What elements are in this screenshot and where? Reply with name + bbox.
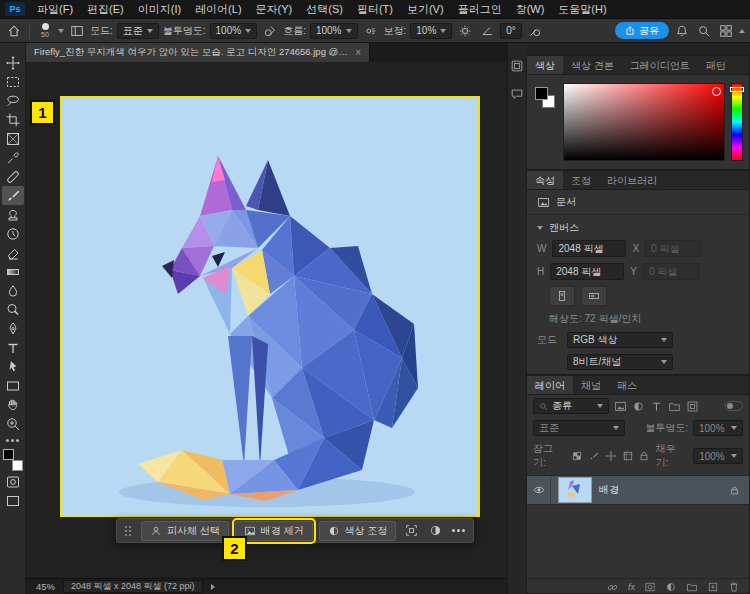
menu-layer[interactable]: 레이어(L) bbox=[188, 0, 248, 19]
brush-settings-panel-icon[interactable] bbox=[68, 22, 86, 40]
tab-patterns[interactable]: 패턴 bbox=[698, 56, 734, 74]
smoothing-dropdown[interactable]: 10% bbox=[410, 23, 452, 39]
color-mode-dropdown[interactable]: RGB 색상 bbox=[567, 332, 673, 348]
status-chevron-icon[interactable] bbox=[211, 584, 215, 590]
search-icon[interactable] bbox=[695, 22, 713, 40]
close-icon[interactable]: × bbox=[355, 47, 361, 58]
layer-filter-dropdown[interactable]: 종류 bbox=[533, 398, 609, 414]
width-field[interactable]: 2048 픽셀 bbox=[552, 240, 626, 257]
workspace-switcher-icon[interactable] bbox=[717, 22, 735, 40]
filter-smart-objects-icon[interactable] bbox=[686, 400, 699, 413]
tool-pen[interactable] bbox=[2, 319, 24, 338]
delete-layer-icon[interactable] bbox=[728, 581, 740, 593]
adjust-color-button[interactable]: 색상 조정 bbox=[319, 521, 397, 541]
airbrush-icon[interactable] bbox=[362, 22, 380, 40]
layer-fill-dropdown[interactable]: 100% bbox=[693, 448, 743, 464]
lock-position-icon[interactable] bbox=[605, 450, 617, 462]
document-size-field[interactable]: 2048 픽셀 x 2048 픽셀 (72 ppi) bbox=[63, 580, 203, 593]
orientation-landscape-button[interactable] bbox=[581, 286, 607, 306]
share-button[interactable]: 공유 bbox=[615, 22, 669, 39]
tool-spot-healing[interactable] bbox=[2, 167, 24, 186]
edit-toolbar-icon[interactable] bbox=[11, 439, 14, 442]
angle-field[interactable]: 0° bbox=[500, 23, 522, 39]
layer-lock-icon[interactable] bbox=[729, 485, 740, 496]
tool-move[interactable] bbox=[2, 53, 24, 72]
tool-path-selection[interactable] bbox=[2, 357, 24, 376]
lock-artboard-icon[interactable] bbox=[622, 450, 634, 462]
filter-group-layers-icon[interactable] bbox=[668, 400, 681, 413]
menu-filter[interactable]: 필터(T) bbox=[350, 0, 400, 19]
lock-pixels-icon[interactable] bbox=[588, 450, 600, 462]
layer-visibility-toggle[interactable] bbox=[527, 476, 551, 504]
tool-hand[interactable] bbox=[2, 395, 24, 414]
tool-gradient[interactable] bbox=[2, 262, 24, 281]
foreground-color-swatch[interactable] bbox=[3, 449, 14, 460]
hue-slider[interactable] bbox=[731, 83, 743, 161]
gear-icon[interactable] bbox=[456, 22, 474, 40]
tool-eyedropper[interactable] bbox=[2, 148, 24, 167]
menu-file[interactable]: 파일(F) bbox=[30, 0, 80, 19]
home-icon[interactable] bbox=[5, 22, 23, 40]
section-collapse-icon[interactable] bbox=[537, 226, 543, 230]
foreground-background-swatches[interactable] bbox=[2, 448, 24, 472]
taskbar-drag-handle[interactable] bbox=[123, 526, 135, 536]
layer-row-background[interactable]: 배경 bbox=[527, 475, 749, 505]
layer-style-icon[interactable]: fx bbox=[628, 582, 635, 592]
comments-panel-icon[interactable] bbox=[510, 87, 524, 101]
color-fg-bg-swatches[interactable] bbox=[533, 83, 557, 161]
filter-toggle-switch[interactable] bbox=[725, 401, 743, 411]
menu-image[interactable]: 이미지(I) bbox=[131, 0, 188, 19]
link-layers-icon[interactable] bbox=[606, 582, 619, 593]
tool-eraser[interactable] bbox=[2, 243, 24, 262]
canvas-image[interactable] bbox=[62, 98, 478, 515]
learn-panel-icon[interactable] bbox=[510, 59, 524, 73]
tool-rectangular-marquee[interactable] bbox=[2, 72, 24, 91]
tool-brush[interactable] bbox=[2, 186, 24, 205]
tab-properties[interactable]: 속성 bbox=[527, 171, 563, 189]
lock-transparency-icon[interactable] bbox=[571, 450, 583, 462]
add-mask-icon[interactable] bbox=[644, 581, 656, 593]
blend-mode-dropdown[interactable]: 표준 bbox=[117, 23, 159, 39]
bit-depth-dropdown[interactable]: 8비트/채널 bbox=[567, 354, 673, 370]
flow-dropdown[interactable]: 100% bbox=[310, 23, 358, 39]
tab-layers[interactable]: 레이어 bbox=[527, 376, 573, 394]
more-options-icon[interactable] bbox=[457, 529, 460, 532]
photoshop-logo[interactable]: Ps bbox=[5, 2, 25, 16]
transform-icon[interactable] bbox=[402, 522, 420, 540]
hue-slider-marker[interactable] bbox=[730, 87, 744, 92]
pressure-size-icon[interactable] bbox=[526, 22, 544, 40]
tab-channels[interactable]: 채널 bbox=[573, 376, 609, 394]
menu-select[interactable]: 선택(S) bbox=[299, 0, 350, 19]
tab-paths[interactable]: 패스 bbox=[609, 376, 645, 394]
menu-edit[interactable]: 편집(E) bbox=[80, 0, 131, 19]
lock-all-icon[interactable] bbox=[638, 450, 650, 462]
filter-adjustment-layers-icon[interactable] bbox=[632, 400, 645, 413]
new-adjustment-layer-icon[interactable] bbox=[665, 581, 677, 593]
select-subject-button[interactable]: 피사체 선택 bbox=[141, 521, 229, 541]
orientation-portrait-button[interactable] bbox=[549, 286, 575, 306]
notifications-bell-icon[interactable] bbox=[673, 22, 691, 40]
tool-zoom[interactable] bbox=[2, 414, 24, 433]
tool-rectangle[interactable] bbox=[2, 376, 24, 395]
background-color-swatch[interactable] bbox=[12, 460, 23, 471]
screen-mode-icon[interactable] bbox=[2, 491, 24, 510]
document-tab[interactable]: Firefly_진한 무지개색 여우가 앉아 있는 모습. 로고 디자인 274… bbox=[26, 43, 370, 62]
foreground-color-swatch[interactable] bbox=[535, 87, 548, 100]
contrast-icon[interactable] bbox=[426, 522, 444, 540]
pressure-opacity-icon[interactable] bbox=[261, 22, 279, 40]
tool-dodge[interactable] bbox=[2, 300, 24, 319]
menu-view[interactable]: 보기(V) bbox=[400, 0, 451, 19]
saturation-brightness-picker[interactable] bbox=[563, 83, 725, 161]
menu-help[interactable]: 도움말(H) bbox=[551, 0, 613, 19]
tool-clone-stamp[interactable] bbox=[2, 205, 24, 224]
menu-plugins[interactable]: 플러그인 bbox=[451, 0, 509, 19]
chevron-up-icon[interactable] bbox=[739, 29, 745, 33]
layer-thumbnail[interactable] bbox=[558, 477, 592, 503]
chevron-down-icon[interactable] bbox=[58, 29, 64, 33]
tab-color[interactable]: 색상 bbox=[527, 56, 563, 74]
menu-window[interactable]: 창(W) bbox=[509, 0, 552, 19]
color-picker-marker[interactable] bbox=[712, 87, 721, 96]
tool-lasso[interactable] bbox=[2, 91, 24, 110]
tab-adjustments[interactable]: 조정 bbox=[563, 171, 599, 189]
tool-blur[interactable] bbox=[2, 281, 24, 300]
